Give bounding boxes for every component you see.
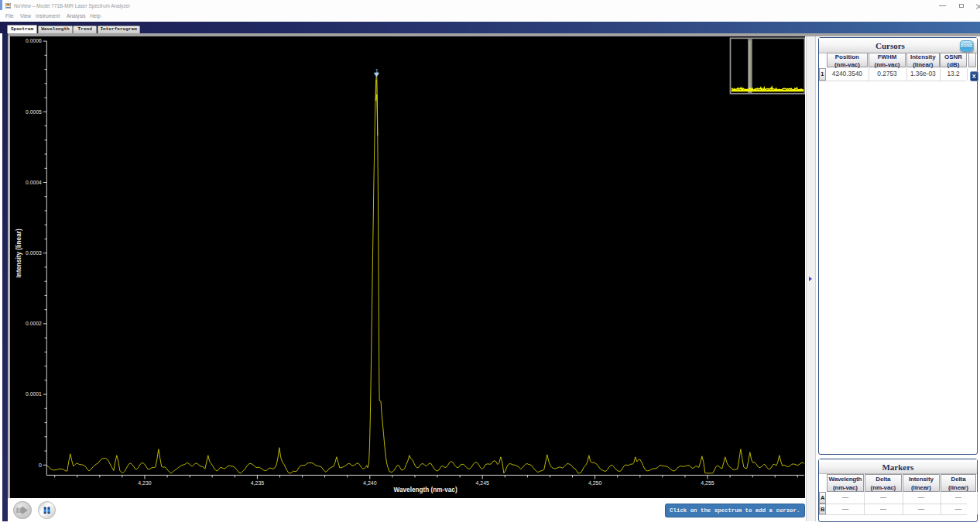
svg-text:4,240: 4,240 (363, 480, 376, 486)
svg-text:0.0003: 0.0003 (26, 249, 42, 256)
svg-text:0.0001: 0.0001 (26, 391, 42, 398)
svg-text:Intensity (linear): Intensity (linear) (15, 229, 22, 278)
svg-text:4,245: 4,245 (475, 480, 488, 486)
svg-text:0.0005: 0.0005 (26, 108, 42, 115)
svg-text:Wavelength (nm-vac): Wavelength (nm-vac) (393, 486, 457, 493)
svg-text:0: 0 (38, 462, 41, 469)
svg-text:4,235: 4,235 (250, 480, 263, 486)
svg-text:0.0004: 0.0004 (26, 179, 42, 186)
svg-text:0.0006: 0.0006 (26, 38, 42, 45)
svg-text:0.0002: 0.0002 (26, 320, 42, 327)
svg-text:4,230: 4,230 (138, 480, 151, 486)
svg-text:4,250: 4,250 (588, 480, 601, 486)
svg-text:4,255: 4,255 (701, 480, 714, 486)
svg-text:1: 1 (375, 68, 378, 74)
